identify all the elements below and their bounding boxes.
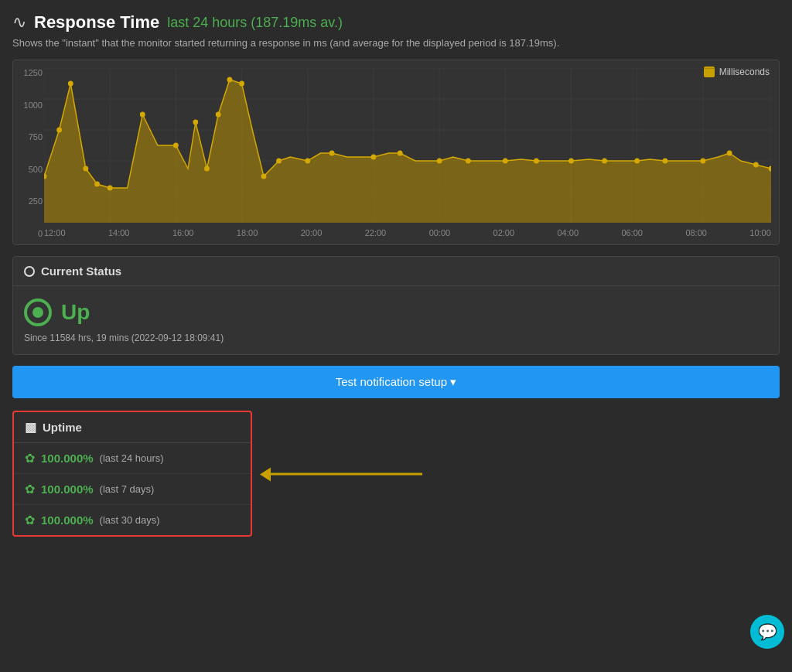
chart-container: Milliseconds 1250 1000 750 500 250 0 xyxy=(12,60,780,245)
svg-point-34 xyxy=(305,159,310,164)
svg-point-21 xyxy=(68,81,73,87)
uptime-star-24h: ✿ xyxy=(25,451,35,466)
uptime-section: ▩ Uptime ✿ 100.000% (last 24 hours) ✿ 10… xyxy=(12,411,252,537)
chat-bubble-button[interactable]: 💬 xyxy=(750,615,784,649)
svg-point-39 xyxy=(466,159,471,164)
svg-point-48 xyxy=(753,162,759,168)
page-container: ∿ Response Time last 24 hours (187.19ms … xyxy=(0,0,792,549)
current-status-section: Current Status Up Since 11584 hrs, 19 mi… xyxy=(12,256,780,355)
svg-point-36 xyxy=(371,155,377,160)
uptime-label-24h: (last 24 hours) xyxy=(100,452,164,464)
svg-point-47 xyxy=(727,151,732,156)
uptime-percent-30d: 100.000% xyxy=(41,513,94,527)
svg-point-40 xyxy=(503,159,508,164)
since-text: Since 11584 hrs, 19 mins (2022-09-12 18:… xyxy=(24,333,768,343)
svg-point-27 xyxy=(193,120,198,125)
x-axis-labels: 12:00 14:00 16:00 18:00 20:00 22:00 00:0… xyxy=(44,225,771,237)
svg-point-31 xyxy=(239,81,244,87)
svg-point-38 xyxy=(437,159,442,164)
response-time-chart xyxy=(44,68,771,223)
svg-point-25 xyxy=(140,112,145,118)
svg-point-20 xyxy=(56,128,62,133)
response-time-icon: ∿ xyxy=(12,12,26,32)
current-status-body: Up Since 11584 hrs, 19 mins (2022-09-12 … xyxy=(13,286,779,354)
up-circle-icon xyxy=(24,298,52,326)
uptime-row-30d: ✿ 100.000% (last 30 days) xyxy=(14,505,251,535)
svg-point-35 xyxy=(329,151,335,156)
page-title: Response Time xyxy=(34,12,159,32)
svg-point-26 xyxy=(173,143,179,148)
uptime-star-30d: ✿ xyxy=(25,513,35,527)
chart-svg-wrapper: 1250 1000 750 500 250 0 xyxy=(44,68,771,238)
uptime-wrapper: ▩ Uptime ✿ 100.000% (last 24 hours) ✿ 10… xyxy=(12,411,252,537)
status-up-text: Up xyxy=(61,300,90,325)
uptime-percent-7d: 100.000% xyxy=(41,483,94,496)
y-axis-labels: 1250 1000 750 500 250 0 xyxy=(15,68,43,238)
response-time-description: Shows the "instant" that the monitor sta… xyxy=(12,37,780,49)
uptime-row-7d: ✿ 100.000% (last 7 days) xyxy=(14,474,251,505)
svg-point-23 xyxy=(94,182,100,187)
svg-point-29 xyxy=(216,112,221,118)
svg-point-33 xyxy=(276,159,282,164)
svg-point-22 xyxy=(83,166,88,172)
test-notification-button[interactable]: Test notification setup ▾ xyxy=(12,366,780,398)
svg-point-41 xyxy=(534,159,539,164)
uptime-label-30d: (last 30 days) xyxy=(100,514,160,526)
uptime-header: ▩ Uptime xyxy=(14,412,251,443)
svg-point-45 xyxy=(662,159,667,164)
chat-icon: 💬 xyxy=(758,623,777,641)
arrow-line xyxy=(268,472,422,475)
uptime-title: Uptime xyxy=(43,421,82,434)
svg-point-32 xyxy=(261,174,267,179)
svg-point-43 xyxy=(602,159,607,164)
uptime-star-7d: ✿ xyxy=(25,482,35,496)
svg-point-24 xyxy=(108,186,113,191)
up-indicator: Up xyxy=(24,298,768,326)
svg-point-37 xyxy=(398,151,403,156)
up-circle-inner xyxy=(32,307,43,318)
svg-point-28 xyxy=(204,166,210,172)
current-status-header: Current Status xyxy=(13,257,779,286)
svg-point-42 xyxy=(568,159,574,164)
current-status-title: Current Status xyxy=(41,264,121,278)
uptime-percent-24h: 100.000% xyxy=(41,452,94,465)
uptime-label-7d: (last 7 days) xyxy=(100,483,155,495)
status-header-dot xyxy=(24,266,35,277)
uptime-row-24h: ✿ 100.000% (last 24 hours) xyxy=(14,443,251,474)
uptime-bar-chart-icon: ▩ xyxy=(25,420,36,435)
response-time-subtitle: last 24 hours (187.19ms av.) xyxy=(167,15,343,31)
arrow-indicator xyxy=(268,472,422,475)
svg-point-30 xyxy=(227,77,232,83)
svg-point-46 xyxy=(700,159,705,164)
svg-point-44 xyxy=(634,159,640,164)
response-time-header: ∿ Response Time last 24 hours (187.19ms … xyxy=(12,12,780,32)
svg-marker-18 xyxy=(44,80,771,223)
